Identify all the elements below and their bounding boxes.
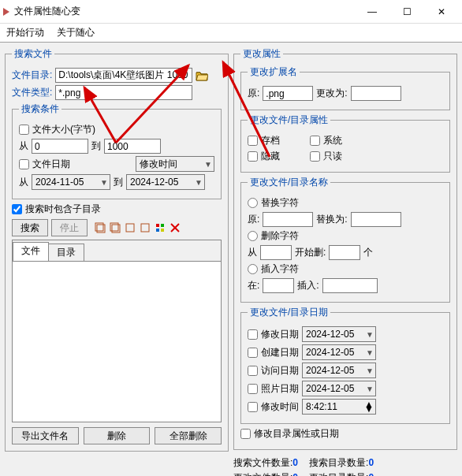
ext-legend: 更改扩展名: [248, 65, 300, 79]
subdir-check[interactable]: [12, 204, 22, 214]
tool-icon-2[interactable]: [109, 221, 121, 234]
svg-rect-6: [126, 224, 134, 232]
replace-to-input[interactable]: [351, 212, 401, 227]
change-legend: 更改属性: [240, 47, 283, 61]
date-label: 文件日期: [32, 158, 70, 171]
replace-radio[interactable]: [248, 198, 258, 208]
date-from-value: 2024-11-05: [35, 177, 84, 188]
stat-sd-label: 搜索目录数量:: [309, 457, 368, 468]
date-kind-combo[interactable]: 修改时间▼: [136, 156, 214, 172]
from-label-1: 从: [19, 139, 28, 153]
maximize-button[interactable]: ☐: [389, 1, 424, 23]
moddate-val: 2024-12-05: [306, 329, 354, 340]
stat-cf-val: 0: [292, 472, 298, 476]
dirattr-check[interactable]: [240, 429, 251, 439]
size-check[interactable]: [19, 125, 29, 135]
replace-to-label: 替换为:: [316, 213, 347, 226]
svg-rect-9: [161, 224, 164, 227]
modtime-check[interactable]: [248, 402, 258, 412]
result-list[interactable]: [13, 262, 221, 422]
unit-label: 个: [363, 246, 373, 259]
stat-cf-label: 更改文件数量:: [233, 472, 292, 476]
readonly-check[interactable]: [310, 151, 320, 162]
orig-label-2: 原:: [248, 213, 259, 226]
window-title: 文件属性随心变: [14, 5, 355, 18]
dirattr-label: 修改目录属性或日期: [254, 427, 339, 441]
dir-input[interactable]: [55, 68, 192, 83]
modtime-label: 修改时间: [261, 400, 299, 414]
hidden-check[interactable]: [248, 151, 258, 162]
menu-about[interactable]: 关于随心: [54, 24, 98, 41]
tool-icon-3[interactable]: [124, 221, 136, 234]
insert-text-input[interactable]: [322, 278, 378, 293]
system-check[interactable]: [310, 136, 320, 146]
name-group: 更改文件/目录名称 替换字符 原: 替换为: 删除字符 从 开始删: 个 插入字…: [240, 176, 450, 303]
search-legend: 搜索文件: [12, 47, 54, 61]
archive-check[interactable]: [248, 136, 258, 146]
stat-cd-val: 0: [368, 472, 374, 476]
size-label: 文件大小(字节): [32, 123, 95, 136]
delchar-label: 删除字符: [261, 229, 299, 243]
delete-button[interactable]: 删除: [84, 427, 151, 444]
ext-group: 更改扩展名 原: 更改为:: [240, 65, 450, 110]
createdate-val: 2024-12-05: [306, 347, 354, 358]
del-count-input[interactable]: [329, 245, 360, 260]
size-to[interactable]: [104, 139, 161, 154]
minimize-button[interactable]: —: [355, 1, 389, 23]
menubar: 开始行动 关于随心: [0, 24, 462, 43]
createdate-combo[interactable]: 2024-12-05▼: [302, 344, 376, 360]
to-label-1: 到: [91, 139, 101, 153]
createdate-check[interactable]: [248, 348, 258, 358]
hidden-label: 隐藏: [261, 150, 280, 163]
photodate-check[interactable]: [248, 384, 258, 394]
type-input[interactable]: [55, 85, 192, 100]
to-label-2: 到: [114, 176, 123, 189]
modtime-combo[interactable]: 8:42:11▲▼: [302, 399, 376, 415]
date-to-combo[interactable]: 2024-12-05▼: [126, 174, 205, 190]
startdel-label: 开始删:: [295, 246, 326, 259]
close-button[interactable]: ✕: [424, 1, 459, 23]
tool-icon-4[interactable]: [139, 221, 151, 234]
date-from-combo[interactable]: 2024-11-05▼: [32, 174, 110, 190]
subdir-label: 搜索时包含子目录: [25, 203, 101, 216]
replace-from-input[interactable]: [263, 212, 313, 227]
browse-folder-icon[interactable]: [196, 70, 208, 81]
moddate-combo[interactable]: 2024-12-05▼: [302, 326, 376, 342]
tab-file[interactable]: 文件: [13, 242, 49, 261]
accessdate-combo[interactable]: 2024-12-05▼: [302, 363, 376, 378]
tool-icon-6[interactable]: [169, 221, 181, 234]
replace-label: 替换字符: [261, 196, 299, 210]
svg-rect-7: [141, 224, 149, 232]
size-from[interactable]: [32, 139, 88, 154]
insert-at-input[interactable]: [263, 278, 294, 293]
ext-new-input[interactable]: [351, 86, 401, 101]
stop-search-button[interactable]: 停止: [51, 219, 88, 236]
accessdate-check[interactable]: [248, 366, 258, 376]
readonly-label: 只读: [323, 150, 342, 163]
client-area: 搜索文件 文件目录: 文件类型: 搜索条件: [0, 43, 462, 476]
tab-dir[interactable]: 目录: [48, 244, 84, 261]
ext-orig-input[interactable]: [263, 86, 313, 101]
photodate-combo[interactable]: 2024-12-05▼: [302, 381, 376, 396]
app-icon: [3, 8, 9, 16]
date-check[interactable]: [19, 159, 29, 169]
tool-icon-1[interactable]: [94, 221, 106, 234]
attr-group: 更改文件/目录属性 存档 系统 隐藏 只读: [240, 113, 450, 173]
name-legend: 更改文件/目录名称: [248, 176, 330, 189]
export-button[interactable]: 导出文件名: [12, 427, 79, 444]
del-from-input[interactable]: [260, 245, 292, 260]
result-tabs: 文件 目录: [12, 240, 222, 422]
svg-rect-10: [156, 229, 159, 232]
delete-all-button[interactable]: 全部删除: [155, 427, 222, 444]
orig-label: 原:: [248, 87, 259, 100]
search-button[interactable]: 搜索: [12, 219, 48, 236]
tool-icons: [94, 221, 181, 234]
moddate-label: 修改日期: [261, 328, 299, 341]
moddate-check[interactable]: [248, 329, 258, 340]
menu-start[interactable]: 开始行动: [3, 24, 47, 41]
ins-label: 插入:: [297, 279, 319, 292]
delchar-radio[interactable]: [248, 231, 258, 241]
tool-icon-5[interactable]: [154, 221, 166, 234]
insert-radio[interactable]: [248, 264, 258, 274]
stat-sf-label: 搜索文件数量:: [233, 457, 292, 468]
